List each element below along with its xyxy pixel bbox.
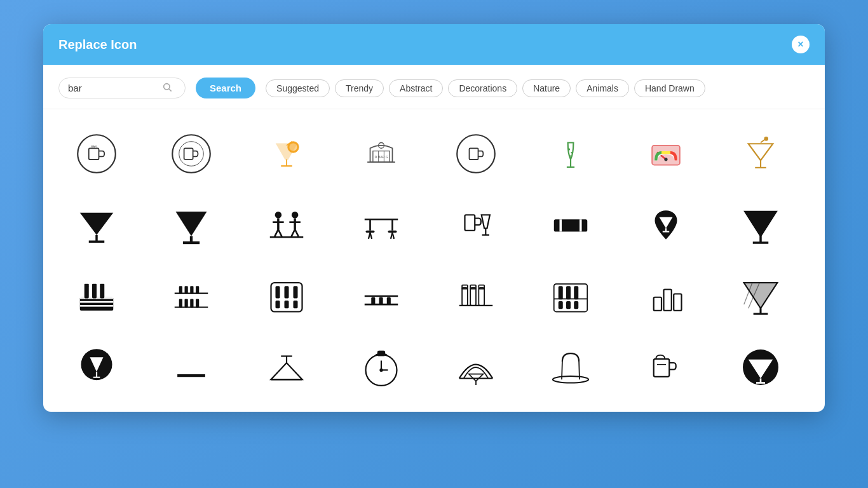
svg-point-36 [275,212,281,219]
svg-rect-19 [470,148,478,159]
filter-decorations[interactable]: Decorations [448,79,517,97]
icon-item[interactable] [722,264,799,328]
svg-rect-110 [559,301,563,309]
svg-rect-66 [80,297,114,311]
icon-item[interactable] [628,193,704,257]
svg-point-27 [664,158,667,161]
svg-rect-96 [379,297,383,305]
svg-point-23 [568,148,571,151]
icon-item[interactable] [438,193,514,257]
svg-rect-95 [371,297,375,305]
icon-item[interactable] [248,336,325,399]
svg-rect-80 [191,286,194,294]
icon-item[interactable] [58,336,135,399]
svg-rect-50 [365,231,374,233]
modal-header: Replace Icon × [43,24,825,65]
filter-nature[interactable]: Nature [522,79,571,97]
svg-rect-81 [196,286,199,294]
filter-abstract[interactable]: Abstract [389,79,443,97]
svg-point-31 [764,137,768,140]
icon-item[interactable] [248,193,325,257]
svg-rect-85 [196,299,199,308]
icon-item[interactable] [153,264,229,328]
close-button[interactable]: × [792,36,810,53]
icon-item[interactable] [722,193,799,257]
filter-animals[interactable]: Animals [576,79,629,97]
svg-rect-99 [470,288,476,306]
icon-item[interactable] [343,336,419,399]
icon-item[interactable] [153,336,229,399]
icon-item[interactable] [722,122,799,186]
svg-rect-60 [560,219,562,231]
icon-item[interactable] [628,264,704,328]
svg-rect-112 [574,301,579,309]
svg-line-39 [274,229,278,237]
icon-item[interactable] [532,193,609,257]
svg-rect-74 [100,286,104,298]
svg-rect-108 [566,286,571,299]
svg-rect-7 [184,148,193,159]
svg-rect-87 [275,286,280,298]
icon-item[interactable] [58,264,135,328]
svg-rect-72 [92,286,97,298]
svg-rect-98 [462,288,468,306]
icon-item[interactable]: D BAR G [343,122,419,186]
svg-rect-131 [377,351,385,356]
svg-rect-67 [80,305,114,307]
icon-item[interactable] [58,193,135,257]
filter-tags: Suggested Trendy Abstract Decorations Na… [266,79,705,97]
svg-line-45 [295,229,299,237]
icon-item[interactable] [248,122,325,186]
icon-item[interactable] [343,193,419,257]
filter-trendy[interactable]: Trendy [335,79,384,97]
icon-item[interactable] [532,264,609,328]
svg-text:D BAR G: D BAR G [374,155,388,159]
icon-item[interactable] [438,264,514,328]
svg-rect-59 [554,219,588,231]
svg-line-136 [579,362,580,379]
filter-suggested[interactable]: Suggested [266,79,330,97]
svg-rect-68 [80,301,114,303]
svg-text:BAR: BAR [91,145,97,148]
replace-icon-modal: Replace Icon × Search Suggested Trendy A… [43,24,825,412]
svg-point-24 [571,152,573,154]
icon-item[interactable] [628,336,704,399]
svg-point-41 [291,212,298,219]
svg-rect-109 [574,286,579,299]
svg-rect-70 [85,286,89,298]
svg-rect-78 [179,286,182,294]
icon-item[interactable] [248,264,325,328]
icon-item[interactable] [532,336,609,399]
search-button[interactable]: Search [196,78,255,98]
svg-line-44 [291,229,295,237]
search-input[interactable] [68,83,157,93]
svg-rect-82 [179,299,182,308]
icon-item[interactable] [153,193,229,257]
svg-line-40 [278,229,281,237]
icon-item[interactable]: BAR [58,122,135,186]
svg-rect-91 [284,301,288,308]
filter-hand-drawn[interactable]: Hand Drawn [634,79,705,97]
icon-item[interactable] [532,122,609,186]
svg-line-135 [562,362,562,379]
svg-rect-114 [663,290,671,311]
modal-overlay: Replace Icon × Search Suggested Trendy A… [0,0,868,488]
icon-item[interactable] [438,336,514,399]
icon-item[interactable] [722,336,799,399]
search-container [58,78,186,98]
svg-point-6 [173,135,211,173]
svg-rect-115 [674,294,681,311]
svg-point-8 [179,142,204,166]
icon-grid: BAR [58,122,810,399]
icon-item[interactable] [438,122,514,186]
svg-rect-71 [85,284,89,287]
icon-item[interactable] [628,122,704,186]
svg-line-53 [370,233,372,239]
svg-rect-51 [388,231,397,233]
svg-rect-92 [293,301,297,308]
icon-item[interactable] [343,264,419,328]
icon-item[interactable] [153,122,229,186]
modal-toolbar: Search Suggested Trendy Abstract Decorat… [43,65,825,109]
modal-title: Replace Icon [58,37,137,52]
svg-point-2 [78,135,116,173]
